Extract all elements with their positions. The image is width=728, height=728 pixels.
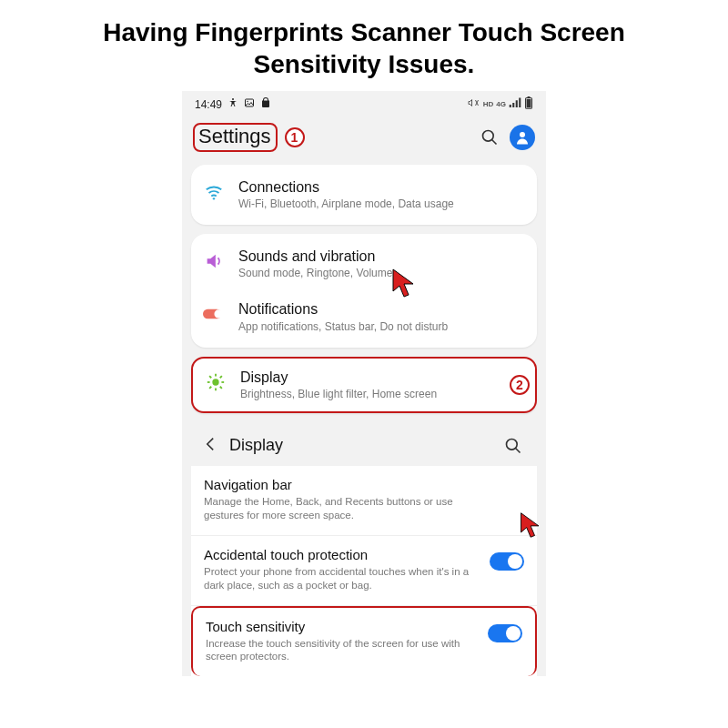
notifications-sub: App notifications, Status bar, Do not di…: [238, 320, 524, 334]
notification-icon: [202, 302, 226, 326]
touch-title: Touch sensitivity: [206, 619, 479, 634]
display-subtitle: Display: [229, 436, 491, 455]
navbar-title: Navigation bar: [204, 477, 524, 492]
chevron-left-icon: [204, 437, 217, 451]
display-title: Display: [240, 369, 493, 386]
svg-point-8: [520, 132, 525, 137]
connections-sub: Wi-Fi, Bluetooth, Airplane mode, Data us…: [238, 197, 524, 211]
search-button[interactable]: [477, 125, 502, 150]
wifi-icon: [202, 180, 226, 204]
touch-toggle[interactable]: [488, 624, 522, 642]
row-touch-sensitivity[interactable]: Touch sensitivity Increase the touch sen…: [191, 606, 537, 677]
svg-line-18: [220, 386, 222, 388]
connections-title: Connections: [238, 178, 524, 196]
display-subscreen: Display Navigation bar Manage the Home, …: [191, 422, 537, 677]
card-display: Display Brightness, Blue light filter, H…: [191, 357, 537, 413]
notifications-title: Notifications: [238, 300, 524, 318]
status-time: 14:49: [195, 98, 222, 111]
display-search-button[interactable]: [500, 433, 526, 459]
page-headline: Having Fingerprints Scanner Touch Screen…: [0, 0, 728, 84]
signal-icon: [509, 97, 521, 111]
svg-line-20: [220, 376, 222, 378]
settings-header: Settings 1: [182, 116, 546, 165]
accidental-title: Accidental touch protection: [204, 547, 480, 562]
search-icon: [504, 437, 522, 455]
svg-point-2: [247, 101, 248, 103]
step-2-marker: 2: [510, 375, 530, 395]
accessibility-icon: [228, 97, 238, 111]
svg-line-22: [516, 448, 521, 452]
display-subheader: Display: [191, 422, 537, 466]
card-sounds-notifications: Sounds and vibration Sound mode, Rington…: [191, 234, 537, 347]
row-notifications[interactable]: Notifications App notifications, Status …: [191, 290, 537, 343]
shopping-icon: [260, 97, 271, 111]
sounds-title: Sounds and vibration: [238, 248, 524, 265]
brightness-icon: [204, 370, 228, 394]
status-bar: 14:49 HD 4G: [182, 91, 546, 116]
svg-rect-5: [527, 99, 531, 107]
accidental-desc: Protect your phone from accidental touch…: [204, 565, 477, 592]
display-sub: Brightness, Blue light filter, Home scre…: [240, 388, 493, 401]
svg-point-9: [213, 197, 215, 199]
back-button[interactable]: [200, 435, 220, 456]
person-icon: [514, 129, 531, 146]
svg-point-12: [212, 379, 218, 385]
row-display[interactable]: Display Brightness, Blue light filter, H…: [193, 359, 506, 411]
row-accidental-touch[interactable]: Accidental touch protection Protect your…: [191, 536, 537, 606]
phone-frame: 14:49 HD 4G Settings: [182, 91, 546, 676]
search-icon: [480, 128, 499, 147]
hd-badge: HD: [483, 100, 494, 108]
navbar-desc: Manage the Home, Back, and Recents butto…: [204, 495, 477, 522]
vibrate-mute-icon: [468, 97, 480, 111]
row-connections[interactable]: Connections Wi-Fi, Bluetooth, Airplane m…: [191, 168, 537, 221]
touch-desc: Increase the touch sensitivity of the sc…: [206, 637, 479, 664]
svg-point-6: [483, 131, 494, 142]
svg-point-11: [214, 310, 222, 318]
row-navigation-bar[interactable]: Navigation bar Manage the Home, Back, an…: [191, 466, 537, 536]
svg-point-21: [507, 439, 518, 450]
svg-point-0: [232, 98, 234, 100]
settings-title: Settings: [193, 123, 278, 152]
svg-line-7: [492, 140, 497, 145]
svg-rect-4: [528, 96, 531, 97]
battery-icon: [524, 96, 533, 112]
sounds-sub: Sound mode, Ringtone, Volume: [238, 267, 524, 280]
network-label: 4G: [496, 100, 506, 108]
volume-icon: [202, 249, 226, 273]
svg-line-19: [209, 386, 211, 388]
profile-button[interactable]: [510, 125, 535, 150]
card-connections: Connections Wi-Fi, Bluetooth, Airplane m…: [191, 165, 537, 225]
svg-line-17: [209, 376, 211, 378]
row-sounds[interactable]: Sounds and vibration Sound mode, Rington…: [191, 238, 537, 290]
step-1-marker: 1: [285, 127, 305, 147]
accidental-toggle[interactable]: [490, 552, 524, 571]
image-icon: [244, 97, 255, 111]
